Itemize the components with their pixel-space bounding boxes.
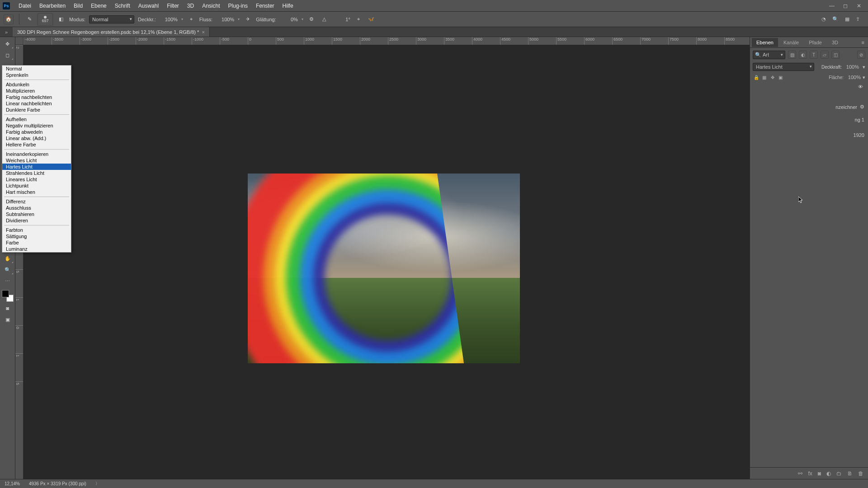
canvas[interactable] <box>24 45 750 479</box>
menu-schrift[interactable]: Schrift <box>111 3 134 9</box>
menu-ansicht[interactable]: Ansicht <box>198 3 224 9</box>
lock-all-icon[interactable]: 🔒 <box>753 74 760 81</box>
blend-option[interactable]: Ausschluss <box>2 205 71 211</box>
blend-option[interactable]: Lineares Licht <box>2 176 71 183</box>
blend-option[interactable]: Dunklere Farbe <box>2 107 71 113</box>
blend-option[interactable]: Multiplizieren <box>2 88 71 94</box>
blend-option[interactable]: Differenz <box>2 198 71 205</box>
adjustment-layer-icon[interactable]: ◐ <box>826 470 831 477</box>
new-layer-icon[interactable]: 🗎 <box>847 470 853 477</box>
blend-option[interactable]: Linear nachbelichten <box>2 100 71 107</box>
blend-option[interactable]: Sprenkeln <box>2 72 71 78</box>
app-logo[interactable]: Ps <box>3 2 10 9</box>
blend-option[interactable]: Normal <box>2 66 71 72</box>
blend-option[interactable]: Hellere Farbe <box>2 141 71 148</box>
angle-value[interactable]: 1° <box>332 17 350 22</box>
brush-panel-icon[interactable]: ◧ <box>57 15 66 24</box>
menu-datei[interactable]: Datei <box>14 3 35 9</box>
blend-option[interactable]: Weiches Licht <box>2 157 71 164</box>
tool-preset-icon[interactable]: ✎ <box>25 15 34 24</box>
share-icon[interactable]: ⇪ <box>856 16 860 22</box>
layer-opacity-value[interactable]: 100% <box>844 64 860 70</box>
zoom-tool[interactable]: 🔍 <box>2 265 14 275</box>
brush-preview[interactable]: 697 <box>38 13 53 26</box>
flow-value[interactable]: 100% <box>216 17 234 22</box>
blend-option[interactable]: Farbton <box>2 227 71 233</box>
home-button[interactable]: 🏠 <box>4 14 14 24</box>
hand-tool[interactable]: ✋ <box>2 253 14 263</box>
blend-option[interactable]: Farbig nachbelichten <box>2 94 71 100</box>
layer-style-icon[interactable]: fx <box>808 470 812 477</box>
blend-option[interactable]: Dividieren <box>2 217 71 224</box>
blend-option[interactable]: Subtrahieren <box>2 211 71 217</box>
filter-type-icon[interactable]: T <box>810 51 818 59</box>
panel-tab-ebenen[interactable]: Ebenen <box>752 38 778 47</box>
pressure-size-icon[interactable]: ⌖ <box>354 15 363 24</box>
link-layers-icon[interactable]: ⚯ <box>798 470 802 477</box>
doc-info[interactable]: 4936 Px × 3319 Px (300 ppi) <box>29 481 86 486</box>
smoothing-value[interactable]: 0% <box>280 17 298 22</box>
filter-adjust-icon[interactable]: ◐ <box>799 51 807 59</box>
color-swatches[interactable] <box>2 290 14 302</box>
quickmask-tool[interactable]: ◙ <box>2 303 14 313</box>
blend-option[interactable]: Luminanz <box>2 246 71 252</box>
move-tool[interactable]: ✥ <box>2 39 14 49</box>
blend-option[interactable]: Abdunkeln <box>2 81 71 88</box>
panel-menu-icon[interactable]: ≡ <box>860 40 866 45</box>
filter-icon[interactable]: ⚙ <box>860 104 864 110</box>
doc-arrows-icon[interactable]: » <box>0 29 13 35</box>
fill-arrow-icon[interactable]: ▾ <box>863 75 865 80</box>
menu-auswahl[interactable]: Auswahl <box>134 3 163 9</box>
delete-layer-icon[interactable]: 🗑 <box>858 470 863 477</box>
ruler-horizontal[interactable]: -4000-3500-3000-2500-2000-1500-1000-5000… <box>24 37 750 45</box>
menu-bild[interactable]: Bild <box>70 3 87 9</box>
blend-option[interactable]: Strahlendes Licht <box>2 170 71 176</box>
blend-option[interactable]: Ineinanderkopieren <box>2 151 71 157</box>
opacity-dropdown-icon[interactable]: ▾ <box>181 17 183 21</box>
close-tab-icon[interactable]: × <box>202 29 204 35</box>
filter-pixel-icon[interactable]: ▧ <box>788 51 796 59</box>
menu-filter[interactable]: Filter <box>163 3 183 9</box>
filter-smart-icon[interactable]: ◫ <box>831 51 840 59</box>
smoothing-dropdown-icon[interactable]: ▾ <box>302 17 303 21</box>
smoothing-options-icon[interactable]: ⚙ <box>307 15 316 24</box>
marquee-tool[interactable]: ◻ <box>2 50 14 60</box>
window-maximize[interactable]: ◻ <box>842 3 849 9</box>
layer-fill-value[interactable]: 100% <box>845 75 861 80</box>
blend-option[interactable]: Farbig abwedeln <box>2 129 71 135</box>
screenmode-tool[interactable]: ▣ <box>2 314 14 324</box>
menu-hilfe[interactable]: Hilfe <box>278 3 297 9</box>
window-close[interactable]: ✕ <box>855 3 863 9</box>
layer-filter-type[interactable]: 🔍 Art ▾ <box>753 51 785 59</box>
edit-toolbar[interactable]: ⋯ <box>2 276 14 286</box>
opacity-arrow-icon[interactable]: ▾ <box>863 64 865 70</box>
workspace-icon[interactable]: ▦ <box>845 16 849 22</box>
flow-dropdown-icon[interactable]: ▾ <box>238 17 240 21</box>
pressure-opacity-icon[interactable]: ⌖ <box>187 15 196 24</box>
search-icon[interactable]: 🔍 <box>832 16 839 22</box>
blend-option[interactable]: Farbe <box>2 239 71 246</box>
symmetry-icon[interactable]: 🦋 <box>367 15 376 24</box>
panel-tab-3d[interactable]: 3D <box>827 38 843 47</box>
blend-option[interactable]: Linear abw. (Add.) <box>2 135 71 141</box>
blend-option[interactable]: Sättigung <box>2 233 71 239</box>
foreground-color[interactable] <box>2 290 9 297</box>
blend-option[interactable]: Hartes Licht <box>2 164 71 170</box>
menu-ebene[interactable]: Ebene <box>87 3 111 9</box>
window-minimize[interactable]: — <box>828 3 835 9</box>
lock-pixels-icon[interactable]: ▦ <box>761 74 768 81</box>
cloud-docs-icon[interactable]: ◔ <box>821 16 826 22</box>
filter-toggle[interactable]: ⊘ <box>857 51 865 59</box>
lock-artboard-icon[interactable]: ▣ <box>777 74 784 81</box>
panel-tab-pfade[interactable]: Pfade <box>804 38 826 47</box>
panel-tab-kanäle[interactable]: Kanäle <box>779 38 803 47</box>
blend-option[interactable]: Aufhellen <box>2 116 71 122</box>
ruler-origin[interactable] <box>15 37 24 45</box>
menu-plug-ins[interactable]: Plug-ins <box>224 3 252 9</box>
zoom-level[interactable]: 12,14% <box>5 481 20 486</box>
layer-mask-icon[interactable]: ◙ <box>818 470 821 477</box>
doc-info-arrow-icon[interactable]: 〉 <box>95 481 99 487</box>
blend-option[interactable]: Negativ multiplizieren <box>2 122 71 129</box>
layer-group-icon[interactable]: 🗀 <box>836 470 842 477</box>
blend-option[interactable]: Hart mischen <box>2 189 71 195</box>
